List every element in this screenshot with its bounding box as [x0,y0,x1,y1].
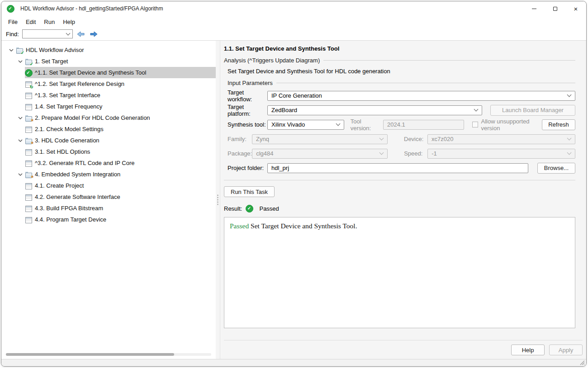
synthesis-tool-row: Synthesis tool: Xilinx Vivado Tool versi… [228,119,575,130]
passed-icon [25,69,32,76]
arrow-right-icon [90,31,98,37]
input-parameters-form: Target workflow: IP Core Generation Targ… [228,90,575,173]
package-value: clg484 [256,150,376,157]
target-workflow-label: Target workflow: [228,89,267,103]
tree-item[interactable]: 4.3. Build FPGA Bitstream [25,203,216,214]
hdl-workflow-advisor-window: HDL Workflow Advisor - hdl_gettingStarte… [1,1,587,367]
chevron-down-icon [567,151,572,155]
task-refresh-icon [25,80,32,88]
target-platform-label: Target platform: [228,104,267,117]
tree-item-label: 4.1. Create Project [35,182,84,189]
arrow-left-icon [76,31,85,37]
menu-help[interactable]: Help [59,17,79,27]
tree-item[interactable]: ^3.2. Generate RTL Code and IP Core [25,157,216,169]
minimize-button[interactable] [524,1,545,16]
tree-item[interactable]: 2.1. Check Model Settings [25,123,216,135]
family-label: Family: [228,136,252,142]
find-toolbar: Find: [1,28,586,41]
tree-item[interactable]: 1. Set Target [16,56,216,67]
task-icon [25,160,32,167]
target-platform-select[interactable]: ZedBoard [267,105,482,115]
chevron-down-icon [336,122,340,126]
chevron-down-icon[interactable] [16,139,25,142]
task-icon [25,148,32,156]
chevron-down-icon [379,136,384,141]
input-parameters-label: Input Parameters [228,80,273,86]
maximize-icon [553,7,557,11]
section-divider [224,180,575,180]
tree-item-label: 4.3. Build FPGA Bitstream [35,205,103,212]
chevron-down-icon[interactable] [7,49,16,52]
task-icon [25,92,32,99]
tree-item[interactable]: 4.1. Create Project [25,180,216,191]
allow-unsupported-checkbox [472,122,478,127]
task-icon [25,216,32,223]
tree-item[interactable]: 4.4. Program Target Device [25,214,216,225]
run-row: Run This Task [224,186,575,197]
menu-edit[interactable]: Edit [22,17,40,27]
tool-version-label: Tool version: [351,118,379,132]
tree-item-label: 2. Prepare Model For HDL Code Generation [35,114,150,121]
task-icon [25,182,32,189]
maximize-button[interactable] [545,1,565,16]
advisor-icon [16,47,23,54]
menu-run[interactable]: Run [40,17,59,27]
titlebar: HDL Workflow Advisor - hdl_gettingStarte… [1,1,586,16]
target-workflow-select[interactable]: IP Core Generation [267,91,575,101]
tree-item[interactable]: ^1.2. Set Target Reference Design [25,78,216,90]
result-status: Passed [259,205,279,212]
tree-item[interactable]: 3.1. Set HDL Options [25,146,216,157]
refresh-button[interactable]: Refresh [542,119,575,130]
tree-item[interactable]: 1.4. Set Target Frequency [25,101,216,112]
close-button[interactable]: × [565,1,586,16]
scrollbar-thumb[interactable] [6,353,174,356]
tree-item-label: 2.1. Check Model Settings [35,126,104,132]
project-folder-input[interactable] [267,163,528,173]
result-label: Result: [224,205,242,212]
tree-item-label: 1. Set Target [35,58,68,65]
menu-file[interactable]: File [4,17,22,27]
find-combobox[interactable] [22,29,73,38]
tree-item[interactable]: 4. Embedded System Integration [16,169,216,180]
tree-item[interactable]: ^1.3. Set Target Interface [25,90,216,101]
synthesis-tool-select[interactable]: Xilinx Vivado [267,120,344,130]
tree-item-label: 4.2. Generate Software Interface [35,193,120,200]
target-platform-value: ZedBoard [271,107,471,113]
target-workflow-row: Target workflow: IP Core Generation [228,90,575,101]
minimize-icon [532,9,536,9]
find-forward-button[interactable] [89,29,99,38]
chevron-down-icon[interactable] [16,117,25,119]
find-input[interactable] [25,30,63,38]
tree-item-label: 3. HDL Code Generation [35,137,100,144]
group-rule [323,60,575,61]
tree-item[interactable]: 2. Prepare Model For HDL Code Generation [16,112,216,123]
tree-item[interactable]: HDL Workflow Advisor [7,44,216,56]
tree-horizontal-scrollbar[interactable] [6,353,211,356]
help-button[interactable]: Help [511,344,545,355]
task-icon [25,205,32,212]
chevron-down-icon [66,31,70,35]
bottom-button-bar: Help Apply [224,340,583,355]
result-report: Passed Set Target Device and Synthesis T… [224,217,575,328]
package-speed-row: Package: clg484 Speed: -1 [228,148,575,159]
close-icon: × [574,5,578,12]
group-rule [276,83,575,83]
folder-gear-icon [25,137,32,144]
tree-item[interactable]: 4.2. Generate Software Interface [25,191,216,203]
tree-item[interactable]: ^1.1. Set Target Device and Synthesis To… [25,67,216,78]
browse-button[interactable]: Browse... [537,163,575,174]
find-back-button[interactable] [76,29,86,38]
chevron-down-icon[interactable] [16,173,25,176]
tool-version-value: 2024.1 [387,121,405,128]
run-this-task-button[interactable]: Run This Task [224,186,275,197]
chevron-down-icon [567,93,572,97]
chevron-down-icon [379,151,384,155]
folder-gear-icon [25,171,32,178]
resize-grip[interactable] [580,360,585,365]
chevron-down-icon[interactable] [16,60,25,63]
menubar: File Edit Run Help [1,16,586,28]
tree-item[interactable]: 3. HDL Code Generation [16,135,216,146]
speed-select: -1 [427,149,575,159]
panel-splitter[interactable] [216,41,220,359]
synthesis-tool-value: Xilinx Vivado [271,121,333,128]
